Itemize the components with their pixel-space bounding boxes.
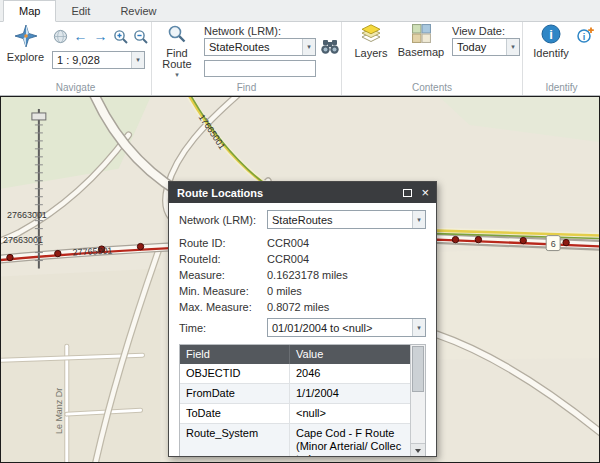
route-label: 27765001 <box>72 245 112 257</box>
table-row[interactable]: Route_System Cape Cod - F Route (Minor A… <box>180 424 410 456</box>
basemap-label: Basemap <box>398 47 444 58</box>
layers-icon <box>361 24 381 46</box>
binoculars-icon[interactable] <box>320 38 340 56</box>
basemap-icon <box>412 24 431 45</box>
previous-extent-icon[interactable]: ← <box>72 28 89 45</box>
compass-icon <box>14 24 38 50</box>
panel-title: Route Locations <box>177 187 394 199</box>
tab-map[interactable]: Map <box>3 0 56 22</box>
asset-label: 27663001 <box>7 210 47 220</box>
next-extent-icon[interactable]: → <box>92 28 109 45</box>
application-window: Map Edit Review Explore <box>0 0 600 463</box>
layers-button[interactable]: Layers <box>348 24 394 59</box>
chevron-down-icon: ▾ <box>302 39 315 55</box>
panel-network-value: StateRoutes <box>268 214 412 226</box>
max-measure-value: 0.8072 miles <box>267 301 426 313</box>
svg-text:i: i <box>583 32 586 42</box>
routeid-value: CCR004 <box>267 253 426 265</box>
search-icon <box>167 24 187 46</box>
ribbon-tab-bar: Map Edit Review <box>0 0 600 22</box>
scale-value: 1 : 9,028 <box>53 54 131 66</box>
find-group-label: Find <box>152 81 341 95</box>
contents-group-label: Contents <box>342 81 522 95</box>
chevron-down-icon: ▾ <box>506 39 519 55</box>
zoom-slider-handle[interactable] <box>32 113 46 120</box>
basemap-button[interactable]: Basemap <box>396 24 446 58</box>
chevron-down-icon: ▾ <box>412 319 425 336</box>
table-row[interactable]: OBJECTID 2046 <box>180 364 410 384</box>
scroll-down-button[interactable] <box>411 443 425 456</box>
time-value: 01/01/2004 to <null> <box>268 322 412 334</box>
scale-combobox[interactable]: 1 : 9,028 ▾ <box>52 51 145 69</box>
ribbon: Explore ← → <box>0 22 600 96</box>
layers-label: Layers <box>354 48 387 59</box>
ribbon-group-identify: i Identify i Identify <box>523 22 600 95</box>
panel-titlebar[interactable]: Route Locations × <box>169 182 436 203</box>
panel-network-select[interactable]: StateRoutes ▾ <box>267 210 426 229</box>
zoom-in-icon[interactable] <box>112 28 129 45</box>
route-id-value: CCR004 <box>267 237 426 249</box>
route-shield: 6 <box>546 236 560 251</box>
street-name-label: Le Manz Dr <box>54 388 64 434</box>
identify-label: Identify <box>533 48 568 59</box>
min-measure-label: Min. Measure: <box>179 285 267 297</box>
chevron-down-icon: ▾ <box>131 52 144 68</box>
find-route-label: Find Route <box>157 48 197 70</box>
close-icon[interactable]: × <box>421 186 429 199</box>
identify-add-icon[interactable]: i <box>577 26 595 44</box>
routeid-label: RouteId: <box>179 253 267 265</box>
identify-group-label: Identify <box>523 81 600 95</box>
full-extent-globe-icon[interactable] <box>52 28 69 45</box>
max-measure-label: Max. Measure: <box>179 301 267 313</box>
time-label: Time: <box>179 322 267 334</box>
ribbon-group-find: Find Route ▾ Network (LRM): StateRoutes … <box>152 22 342 95</box>
triangle-down-icon <box>415 449 421 453</box>
network-lrm-label: Network (LRM): <box>179 214 267 226</box>
view-date-label: View Date: <box>452 25 505 37</box>
network-lrm-select[interactable]: StateRoutes ▾ <box>204 38 316 56</box>
time-select[interactable]: 01/01/2004 to <null> ▾ <box>267 318 426 337</box>
map-viewport[interactable]: 6 27663001 27663001 27765001 17665001 Le… <box>0 96 600 463</box>
identify-info-icon: i <box>541 24 561 46</box>
chevron-down-icon: ▾ <box>412 211 425 228</box>
identify-button[interactable]: i Identify <box>527 24 575 59</box>
route-shield-number: 6 <box>551 239 556 249</box>
route-id-input[interactable] <box>204 60 316 77</box>
svg-text:i: i <box>549 27 553 42</box>
attribute-table: Field Value OBJECTID 2046 FromDate 1/1/2… <box>179 344 426 456</box>
measure-label: Measure: <box>179 269 267 281</box>
table-row[interactable]: FromDate 1/1/2004 <box>180 384 410 404</box>
chevron-down-icon: ▾ <box>175 71 179 78</box>
attribute-table-header: Field Value <box>180 345 410 364</box>
tab-review[interactable]: Review <box>105 1 171 21</box>
column-header-value: Value <box>290 345 410 364</box>
network-lrm-value: StateRoutes <box>205 41 302 53</box>
table-scrollbar[interactable] <box>410 345 425 456</box>
route-id-label: Route ID: <box>179 237 267 249</box>
column-header-field: Field <box>180 345 290 364</box>
zoom-out-icon[interactable] <box>132 28 149 45</box>
ribbon-group-navigate: Explore ← → <box>0 22 152 95</box>
navigate-group-label: Navigate <box>0 81 151 95</box>
view-date-select[interactable]: Today ▾ <box>452 38 520 56</box>
network-lrm-label: Network (LRM): <box>204 25 281 37</box>
explore-button[interactable]: Explore <box>2 24 49 63</box>
measure-value: 0.1623178 miles <box>267 269 426 281</box>
find-route-button[interactable]: Find Route ▾ <box>155 24 199 78</box>
route-locations-panel: Route Locations × Network (LRM): StateRo… <box>168 181 437 457</box>
maximize-icon[interactable] <box>403 189 412 197</box>
asset-label: 27663001 <box>3 235 43 245</box>
view-date-value: Today <box>453 41 506 53</box>
explore-label: Explore <box>7 52 44 63</box>
tab-edit[interactable]: Edit <box>56 1 105 21</box>
ribbon-group-contents: Layers Basemap View Date: To <box>342 22 523 95</box>
table-row[interactable]: ToDate <null> <box>180 404 410 424</box>
scrollbar-thumb[interactable] <box>412 346 424 392</box>
min-measure-value: 0 miles <box>267 285 426 297</box>
